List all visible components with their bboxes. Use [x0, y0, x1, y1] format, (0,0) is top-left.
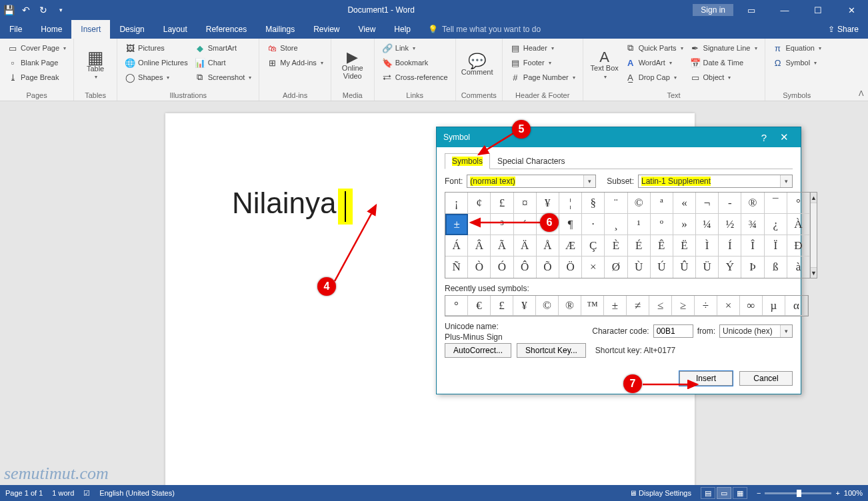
- symbol-cell[interactable]: Ì: [696, 235, 719, 256]
- symbol-cell[interactable]: ¾: [741, 214, 764, 235]
- recent-symbol-cell[interactable]: ÷: [695, 296, 717, 316]
- pictures-button[interactable]: 🖼Pictures: [123, 41, 190, 55]
- symbol-button[interactable]: ΩSymbol: [771, 56, 823, 69]
- proofing-icon[interactable]: ☑: [83, 489, 90, 498]
- shortcutkey-button[interactable]: Shortcut Key...: [517, 343, 586, 358]
- online-video-button[interactable]: ▶Online Video: [337, 41, 369, 91]
- store-button[interactable]: 🛍Store: [265, 41, 325, 55]
- recent-symbol-cell[interactable]: €: [468, 296, 491, 316]
- shapes-button[interactable]: ◯Shapes: [123, 71, 190, 84]
- close-icon[interactable]: ✕: [836, 0, 867, 20]
- web-layout-icon[interactable]: ▦: [733, 487, 747, 499]
- autocorrect-button[interactable]: AutoCorrect...: [445, 343, 511, 358]
- symbol-cell[interactable]: È: [605, 235, 627, 256]
- symbol-cell[interactable]: Ö: [559, 256, 582, 278]
- tab-home[interactable]: Home: [31, 20, 71, 39]
- read-mode-icon[interactable]: ▤: [701, 487, 715, 499]
- bookmark-button[interactable]: 🔖Bookmark: [380, 56, 450, 69]
- symbol-cell[interactable]: «: [673, 193, 696, 214]
- document-text[interactable]: Nilainya: [232, 187, 353, 225]
- status-words[interactable]: 1 word: [52, 489, 74, 497]
- symbol-cell[interactable]: ¢: [468, 193, 491, 214]
- symbol-cell[interactable]: ¼: [696, 214, 719, 235]
- cancel-button[interactable]: Cancel: [739, 371, 793, 386]
- page-number-button[interactable]: #Page Number: [508, 71, 577, 84]
- symbol-cell[interactable]: Ñ: [445, 256, 468, 278]
- table-button[interactable]: ▦Table: [79, 41, 111, 91]
- equation-button[interactable]: πEquation: [771, 41, 823, 55]
- symbol-cell[interactable]: Å: [537, 235, 559, 256]
- redo-icon[interactable]: ↻: [35, 0, 52, 20]
- symbol-cell[interactable]: Ð: [787, 235, 810, 256]
- textbox-button[interactable]: AText Box: [589, 41, 621, 91]
- recent-symbol-cell[interactable]: ©: [536, 296, 559, 316]
- tab-help[interactable]: Help: [385, 20, 420, 39]
- recent-symbol-cell[interactable]: ™: [581, 296, 604, 316]
- symbol-cell[interactable]: »: [673, 214, 696, 235]
- symbol-cell[interactable]: ª: [651, 193, 673, 214]
- symbol-cell[interactable]: Ý: [719, 256, 741, 278]
- symbol-cell[interactable]: À: [787, 214, 810, 235]
- subset-combo[interactable]: Latin-1 Supplement▾: [638, 175, 793, 188]
- object-button[interactable]: ▭Object: [688, 71, 759, 84]
- symbol-cell[interactable]: ®: [741, 193, 764, 214]
- share-button[interactable]: ⇪ Share: [819, 20, 868, 39]
- tab-view[interactable]: View: [349, 20, 385, 39]
- symbol-cell[interactable]: ¯: [765, 193, 787, 214]
- signin-button[interactable]: Sign in: [693, 4, 733, 16]
- zoom-value[interactable]: 100%: [844, 489, 863, 497]
- symbol-cell[interactable]: ±: [445, 214, 468, 235]
- scroll-track[interactable]: [811, 203, 817, 267]
- wordart-button[interactable]: AWordArt: [623, 56, 685, 69]
- charcode-input[interactable]: [653, 324, 693, 338]
- symbol-scrollbar[interactable]: ▲ ▼: [810, 192, 817, 278]
- datetime-button[interactable]: 📅Date & Time: [688, 56, 759, 69]
- tab-design[interactable]: Design: [110, 20, 153, 39]
- symbol-cell[interactable]: Ò: [468, 256, 491, 278]
- cover-page-button[interactable]: ▭Cover Page: [5, 41, 68, 55]
- comment-button[interactable]: 💬Comment: [461, 41, 493, 91]
- link-button[interactable]: 🔗Link: [380, 41, 450, 55]
- recent-symbol-cell[interactable]: µ: [763, 296, 785, 316]
- save-icon[interactable]: 💾: [0, 0, 17, 20]
- symbol-cell[interactable]: Î: [741, 235, 764, 256]
- header-button[interactable]: ▤Header: [508, 41, 577, 55]
- symbol-cell[interactable]: Ø: [605, 256, 627, 278]
- recent-symbol-cell[interactable]: ∞: [740, 296, 763, 316]
- symbol-cell[interactable]: Ä: [514, 235, 537, 256]
- recent-symbol-cell[interactable]: α: [785, 296, 808, 316]
- help-icon[interactable]: ?: [754, 132, 774, 143]
- symbol-cell[interactable]: Û: [673, 256, 696, 278]
- symbol-cell[interactable]: ·: [582, 214, 605, 235]
- symbol-cell[interactable]: Æ: [559, 235, 582, 256]
- symbol-cell[interactable]: Í: [719, 235, 741, 256]
- from-combo[interactable]: Unicode (hex)▾: [719, 324, 793, 338]
- recent-symbol-cell[interactable]: ×: [717, 296, 740, 316]
- maximize-icon[interactable]: ☐: [803, 0, 833, 20]
- smartart-button[interactable]: ◆SmartArt: [193, 41, 254, 55]
- signature-button[interactable]: ✒Signature Line: [688, 41, 759, 55]
- status-language[interactable]: English (United States): [99, 489, 175, 497]
- tab-symbols[interactable]: Symbols: [445, 153, 490, 169]
- symbol-cell[interactable]: Ü: [696, 256, 719, 278]
- undo-icon[interactable]: ↶: [17, 0, 35, 20]
- zoom-slider[interactable]: [765, 492, 831, 494]
- symbol-cell[interactable]: ½: [719, 214, 741, 235]
- symbol-cell[interactable]: ß: [765, 256, 787, 278]
- tab-insert[interactable]: Insert: [71, 20, 110, 39]
- tab-file[interactable]: File: [0, 20, 31, 39]
- symbol-cell[interactable]: ¿: [765, 214, 787, 235]
- recent-symbol-cell[interactable]: ≥: [672, 296, 695, 316]
- page-break-button[interactable]: ⤓Page Break: [5, 71, 68, 84]
- screenshot-button[interactable]: ⧉Screenshot: [193, 71, 254, 84]
- symbol-cell[interactable]: à: [787, 256, 810, 278]
- symbol-cell[interactable]: Ë: [673, 235, 696, 256]
- recent-symbol-cell[interactable]: ±: [604, 296, 627, 316]
- online-pictures-button[interactable]: 🌐Online Pictures: [123, 56, 190, 69]
- symbol-cell[interactable]: ¦: [559, 193, 582, 214]
- blank-page-button[interactable]: ▫Blank Page: [5, 56, 68, 69]
- status-page[interactable]: Page 1 of 1: [5, 489, 43, 497]
- symbol-cell[interactable]: É: [628, 235, 651, 256]
- tab-mailings[interactable]: Mailings: [256, 20, 304, 39]
- symbol-cell[interactable]: ¬: [696, 193, 719, 214]
